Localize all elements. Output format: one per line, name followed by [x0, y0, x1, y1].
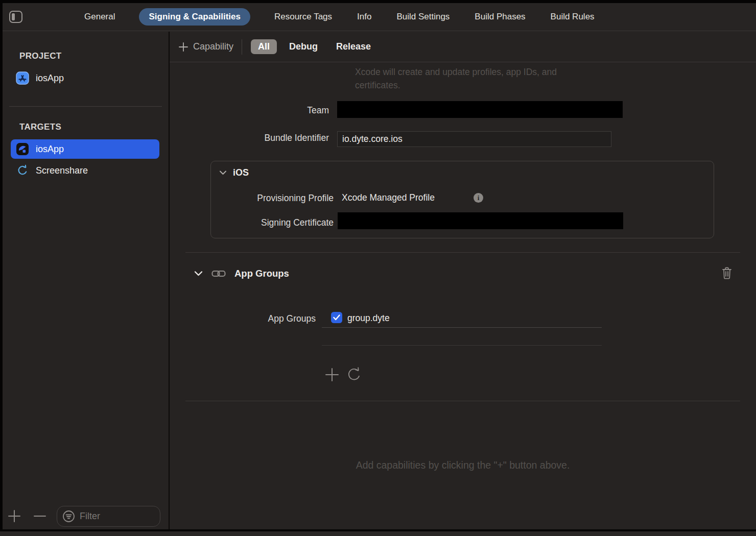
chevron-down-icon[interactable]	[194, 271, 203, 277]
bundle-identifier-value: io.dyte.core.ios	[342, 134, 403, 144]
target-item-label: iosApp	[36, 144, 64, 155]
tab-build-rules[interactable]: Build Rules	[550, 8, 596, 26]
ios-section-title: iOS	[233, 167, 249, 178]
debug-bar-edge	[0, 531, 756, 536]
tab-general[interactable]: General	[83, 8, 116, 26]
tab-build-phases[interactable]: Build Phases	[474, 8, 526, 26]
add-app-group-button[interactable]	[324, 367, 340, 383]
refresh-icon	[16, 164, 29, 177]
bundle-identifier-input[interactable]: io.dyte.core.ios	[337, 131, 611, 147]
target-item-screenshare[interactable]: Screenshare	[11, 161, 159, 180]
scope-all[interactable]: All	[251, 39, 277, 54]
project-section-header: PROJECT	[19, 51, 169, 61]
signing-certificate-value-redacted[interactable]	[338, 212, 623, 229]
signing-certificate-label: Signing Certificate	[211, 217, 334, 228]
editor-tab-bar: General Signing & Capabilities Resource …	[3, 3, 756, 31]
project-item-iosapp[interactable]: iosApp	[11, 68, 159, 88]
app-groups-row-label: App Groups	[170, 313, 316, 324]
tab-build-settings[interactable]: Build Settings	[395, 8, 451, 26]
checkbox-checked-icon[interactable]	[331, 312, 342, 323]
project-item-label: iosApp	[36, 73, 64, 84]
sidebar-content-divider	[169, 32, 170, 529]
section-divider	[185, 252, 740, 253]
target-item-label: Screenshare	[36, 165, 88, 176]
sidebar-divider	[9, 106, 162, 107]
target-app-icon	[16, 142, 29, 156]
plus-icon	[178, 42, 188, 52]
scope-release[interactable]: Release	[336, 41, 371, 52]
chevron-down-icon[interactable]	[219, 170, 227, 176]
xcode-window: General Signing & Capabilities Resource …	[0, 0, 756, 536]
team-label: Team	[170, 105, 329, 116]
ios-signing-box: iOS Provisioning Profile Xcode Managed P…	[210, 161, 714, 238]
filter-icon	[62, 510, 75, 523]
capability-toolbar: Capability All Debug Release	[170, 32, 756, 62]
app-group-item[interactable]: group.dyte	[347, 313, 390, 324]
signing-hint-text: Xcode will create and update profiles, a…	[355, 65, 557, 92]
app-groups-title: App Groups	[234, 268, 289, 279]
trash-icon[interactable]	[721, 266, 733, 282]
add-capability-label: Capability	[193, 41, 233, 52]
add-capability-button[interactable]: Capability	[178, 41, 233, 52]
bundle-identifier-label: Bundle Identifier	[170, 133, 329, 143]
app-store-icon	[16, 71, 29, 85]
info-icon[interactable]: i	[474, 193, 483, 203]
filter-field[interactable]	[57, 506, 160, 527]
list-row-divider	[322, 345, 602, 346]
app-groups-list-controls	[324, 367, 362, 383]
tab-resource-tags[interactable]: Resource Tags	[273, 8, 333, 26]
team-value-redacted[interactable]	[337, 101, 623, 118]
targets-section-header: TARGETS	[19, 122, 169, 132]
signing-capabilities-pane: Capability All Debug Release Xcode will …	[170, 32, 756, 529]
refresh-app-groups-button[interactable]	[347, 367, 362, 383]
filter-input[interactable]	[80, 511, 146, 522]
provisioning-profile-label: Provisioning Profile	[211, 193, 334, 204]
sidebar-footer	[3, 503, 169, 529]
sidebar-toggle-icon[interactable]	[9, 10, 23, 23]
provisioning-profile-value: Xcode Managed Profile	[342, 192, 435, 203]
tab-info[interactable]: Info	[356, 8, 372, 26]
tab-signing-capabilities[interactable]: Signing & Capabilities	[139, 8, 250, 26]
remove-target-button[interactable]	[32, 508, 48, 524]
list-row-divider	[322, 327, 602, 328]
empty-state-hint: Add capabilities by clicking the "+" but…	[170, 459, 756, 471]
add-target-button[interactable]	[7, 508, 22, 524]
project-navigator: PROJECT iosApp TARGETS iosApp	[3, 32, 169, 503]
signing-scroll-area[interactable]: Xcode will create and update profiles, a…	[170, 62, 756, 529]
scope-debug[interactable]: Debug	[289, 41, 318, 52]
tab-group: General Signing & Capabilities Resource …	[83, 8, 596, 26]
link-icon	[211, 269, 226, 278]
target-item-iosapp[interactable]: iosApp	[11, 139, 159, 159]
section-divider	[185, 401, 740, 401]
app-groups-section-header: App Groups	[194, 268, 289, 279]
toolbar-divider	[242, 39, 242, 55]
window-left-edge	[0, 0, 3, 536]
